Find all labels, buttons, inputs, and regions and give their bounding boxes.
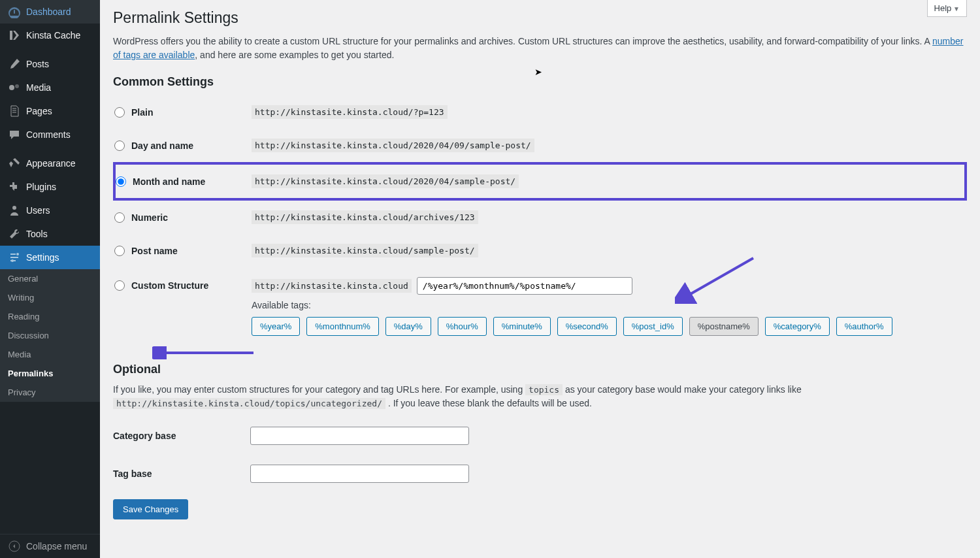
option-row-plain: Plain http://kinstasite.kinsta.cloud/?p=… (114, 95, 966, 129)
sidebar-item-settings[interactable]: Settings (0, 246, 100, 269)
tag-base-row: Tag base (113, 455, 967, 493)
sidebar-item-posts[interactable]: Posts (0, 52, 100, 76)
optional-table: Category base Tag base (113, 417, 967, 493)
save-button[interactable]: Save Changes (113, 499, 188, 519)
topics-code: topics (525, 384, 563, 395)
svg-point-0 (9, 85, 14, 90)
admin-sidebar: Dashboard Kinsta Cache Posts Media Pages… (0, 0, 100, 558)
sidebar-item-media[interactable]: Media (0, 76, 100, 99)
example-numeric: http://kinstasite.kinsta.cloud/archives/… (252, 210, 478, 224)
radio-plain[interactable] (114, 107, 125, 118)
dashboard-icon (8, 5, 21, 18)
sidebar-item-plugins[interactable]: Plugins (0, 175, 100, 199)
option-row-post-name: Post name http://kinstasite.kinsta.cloud… (114, 234, 966, 267)
option-label-numeric[interactable]: Numeric (114, 212, 245, 223)
example-plain: http://kinstasite.kinsta.cloud/?p=123 (252, 105, 448, 119)
label: Media (26, 82, 51, 93)
tag-author[interactable]: %author% (836, 317, 892, 336)
users-icon (8, 204, 21, 217)
intro-paragraph: WordPress offers you the ability to crea… (113, 35, 967, 62)
radio-post-name[interactable] (114, 246, 125, 256)
example-post-name: http://kinstasite.kinsta.cloud/sample-po… (252, 244, 478, 257)
tag-hour[interactable]: %hour% (438, 317, 487, 336)
label: Posts (26, 59, 49, 69)
option-row-numeric: Numeric http://kinstasite.kinsta.cloud/a… (114, 199, 966, 234)
svg-point-4 (11, 259, 14, 262)
optional-paragraph: If you like, you may enter custom struct… (113, 383, 967, 410)
appearance-icon (8, 157, 21, 170)
tag-postname[interactable]: %postname% (689, 317, 759, 336)
kinsta-icon (8, 29, 21, 42)
option-row-month-name: Month and name http://kinstasite.kinsta.… (114, 163, 966, 199)
option-label-plain[interactable]: Plain (114, 107, 245, 118)
media-icon (8, 81, 21, 94)
settings-submenu: General Writing Reading Discussion Media… (0, 269, 100, 402)
separator (0, 47, 100, 52)
radio-day-name[interactable] (114, 140, 125, 151)
label: Plugins (26, 182, 56, 192)
radio-month-name[interactable] (116, 176, 126, 187)
sidebar-item-tools[interactable]: Tools (0, 222, 100, 246)
submenu-permalinks[interactable]: Permalinks (0, 364, 100, 383)
separator (0, 146, 100, 152)
sidebar-item-users[interactable]: Users (0, 199, 100, 222)
posts-icon (8, 57, 21, 71)
tag-second[interactable]: %second% (557, 317, 617, 336)
example-url-code: http://kinstasite.kinsta.cloud/topics/un… (113, 398, 385, 409)
label: Collapse menu (26, 541, 87, 551)
option-label-day-name[interactable]: Day and name (114, 140, 245, 151)
radio-numeric[interactable] (114, 212, 125, 223)
label: Appearance (26, 158, 76, 169)
custom-base-url: http://kinstasite.kinsta.cloud (252, 279, 412, 293)
svg-point-2 (12, 206, 16, 210)
label: Kinsta Cache (26, 30, 80, 41)
tag-base-label: Tag base (113, 468, 244, 479)
label: Dashboard (26, 7, 71, 17)
sidebar-item-pages[interactable]: Pages (0, 99, 100, 123)
content-area: Help ➤ Permalink Settings WordPress offe… (100, 0, 980, 558)
tag-day[interactable]: %day% (385, 317, 431, 336)
tag-year[interactable]: %year% (252, 317, 300, 336)
submenu-privacy[interactable]: Privacy (0, 383, 100, 402)
collapse-icon (8, 540, 21, 553)
submenu-reading[interactable]: Reading (0, 307, 100, 326)
sidebar-item-appearance[interactable]: Appearance (0, 152, 100, 175)
option-row-day-name: Day and name http://kinstasite.kinsta.cl… (114, 129, 966, 163)
page-title: Permalink Settings (113, 9, 967, 27)
option-row-custom: Custom Structure http://kinstasite.kinst… (114, 267, 966, 350)
option-label-post-name[interactable]: Post name (114, 246, 245, 256)
submenu-general[interactable]: General (0, 269, 100, 288)
sidebar-item-comments[interactable]: Comments (0, 123, 100, 146)
sidebar-item-kinsta-cache[interactable]: Kinsta Cache (0, 24, 100, 47)
option-label-custom[interactable]: Custom Structure (114, 280, 245, 291)
category-base-input[interactable] (250, 427, 469, 445)
svg-point-3 (16, 253, 19, 255)
tag-post-id[interactable]: %post_id% (623, 317, 683, 336)
pages-icon (8, 105, 21, 118)
comments-icon (8, 128, 21, 141)
sidebar-item-dashboard[interactable]: Dashboard (0, 0, 100, 24)
example-day-name: http://kinstasite.kinsta.cloud/2020/04/0… (252, 139, 534, 152)
help-tab[interactable]: Help (927, 0, 967, 17)
submenu-media[interactable]: Media (0, 345, 100, 364)
collapse-menu[interactable]: Collapse menu (0, 534, 100, 558)
category-base-row: Category base (113, 417, 967, 455)
common-settings-heading: Common Settings (113, 75, 967, 89)
custom-structure-input[interactable] (417, 277, 632, 295)
tag-category[interactable]: %category% (765, 317, 830, 336)
category-base-label: Category base (113, 431, 244, 441)
svg-point-1 (15, 84, 19, 88)
permalink-options-table: Plain http://kinstasite.kinsta.cloud/?p=… (113, 95, 967, 350)
label: Users (26, 205, 50, 216)
plugins-icon (8, 180, 21, 193)
tag-base-input[interactable] (250, 465, 469, 483)
radio-custom[interactable] (114, 280, 125, 291)
submenu-discussion[interactable]: Discussion (0, 326, 100, 345)
tag-minute[interactable]: %minute% (493, 317, 551, 336)
option-label-month-name[interactable]: Month and name (116, 176, 245, 187)
tags-row: %year% %monthnum% %day% %hour% %minute% … (252, 317, 959, 340)
optional-heading: Optional (113, 363, 967, 376)
tag-monthnum[interactable]: %monthnum% (306, 317, 379, 336)
submenu-writing[interactable]: Writing (0, 288, 100, 307)
settings-icon (8, 251, 21, 264)
